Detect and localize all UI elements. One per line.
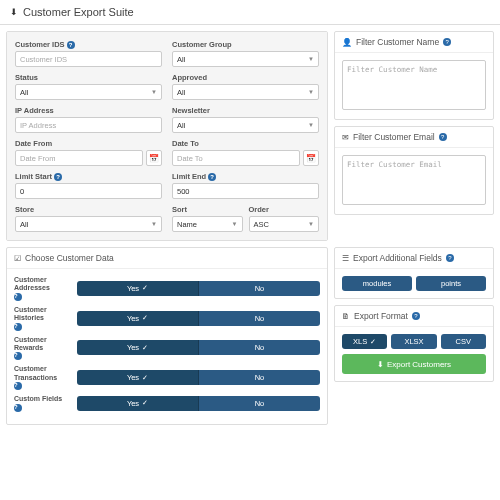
help-icon[interactable]: ? <box>14 382 22 390</box>
toggle-yes[interactable]: Yes✓ <box>77 370 199 385</box>
customer-group-select[interactable]: All▼ <box>172 51 319 67</box>
yes-no-toggle[interactable]: Yes✓ No <box>77 340 320 355</box>
panel-title: Filter Customer Email <box>353 132 435 142</box>
export-customers-button[interactable]: ⬇ Export Customers <box>342 354 486 374</box>
toggle-yes[interactable]: Yes✓ <box>77 281 199 296</box>
calendar-button[interactable]: 📅 <box>146 150 162 166</box>
export-format-panel: 🗎 Export Format ? XLS ✓XLSXCSV ⬇ Export … <box>334 305 494 382</box>
calendar-icon: 📅 <box>149 154 159 163</box>
chevron-down-icon: ▼ <box>308 89 314 95</box>
check-icon: ✓ <box>142 374 148 382</box>
check-square-icon: ☑ <box>14 254 21 263</box>
help-icon[interactable]: ? <box>443 38 451 46</box>
customer-ids-input[interactable] <box>15 51 162 67</box>
customer-data-panel: ☑ Choose Customer Data Customer Addresse… <box>6 247 328 425</box>
download-icon: ⬇ <box>377 360 384 369</box>
chevron-down-icon: ▼ <box>308 56 314 62</box>
filter-email-panel: ✉ Filter Customer Email ? <box>334 126 494 215</box>
yes-no-toggle[interactable]: Yes✓ No <box>77 311 320 326</box>
yes-no-toggle[interactable]: Yes✓ No <box>77 281 320 296</box>
toggle-row: Customer Histories ? Yes✓ No <box>14 306 320 331</box>
field-label: Approved <box>172 73 319 82</box>
additional-fields-panel: ☰ Export Additional Fields ? modulespoin… <box>334 247 494 299</box>
approved-select[interactable]: All▼ <box>172 84 319 100</box>
toggle-row: Custom Fields ? Yes✓ No <box>14 395 320 411</box>
field-label: Limit Start? <box>15 172 162 181</box>
toggle-label: Custom Fields ? <box>14 395 69 411</box>
format-xlsx-button[interactable]: XLSX <box>391 334 436 349</box>
modules-button[interactable]: modules <box>342 276 412 291</box>
date-from-input[interactable] <box>15 150 143 166</box>
field-label: Limit End? <box>172 172 319 181</box>
panel-title: Choose Customer Data <box>25 253 114 263</box>
chevron-down-icon: ▼ <box>308 221 314 227</box>
yes-no-toggle[interactable]: Yes✓ No <box>77 370 320 385</box>
help-icon[interactable]: ? <box>208 173 216 181</box>
chevron-down-icon: ▼ <box>308 122 314 128</box>
toggle-row: Customer Transactions ? Yes✓ No <box>14 365 320 390</box>
limit-start-input[interactable] <box>15 183 162 199</box>
limit-end-input[interactable] <box>172 183 319 199</box>
help-icon[interactable]: ? <box>67 41 75 49</box>
help-icon[interactable]: ? <box>439 133 447 141</box>
check-icon: ✓ <box>142 399 148 407</box>
field-label: Status <box>15 73 162 82</box>
sort-select[interactable]: Name▼ <box>172 216 243 232</box>
user-icon: 👤 <box>342 38 352 47</box>
order-select[interactable]: ASC▼ <box>249 216 320 232</box>
download-icon: ⬇ <box>10 7 18 17</box>
page-header: ⬇ Customer Export Suite <box>0 0 500 25</box>
list-icon: ☰ <box>342 254 349 263</box>
format-csv-button[interactable]: CSV <box>441 334 486 349</box>
ip-address-input[interactable] <box>15 117 162 133</box>
toggle-yes[interactable]: Yes✓ <box>77 396 199 411</box>
field-label: Date From <box>15 139 162 148</box>
calendar-icon: 📅 <box>306 154 316 163</box>
chevron-down-icon: ▼ <box>232 221 238 227</box>
help-icon[interactable]: ? <box>14 352 22 360</box>
filter-name-input[interactable] <box>342 60 486 110</box>
store-select[interactable]: All▼ <box>15 216 162 232</box>
filter-name-panel: 👤 Filter Customer Name ? <box>334 31 494 120</box>
panel-title: Export Additional Fields <box>353 253 442 263</box>
chevron-down-icon: ▼ <box>151 221 157 227</box>
check-icon: ✓ <box>142 314 148 322</box>
file-icon: 🗎 <box>342 312 350 321</box>
help-icon[interactable]: ? <box>446 254 454 262</box>
toggle-no[interactable]: No <box>199 340 320 355</box>
help-icon[interactable]: ? <box>412 312 420 320</box>
field-label: Newsletter <box>172 106 319 115</box>
toggle-yes[interactable]: Yes✓ <box>77 311 199 326</box>
toggle-no[interactable]: No <box>199 396 320 411</box>
filters-panel: Customer IDS? Customer Group All▼ Status… <box>6 31 328 241</box>
page-title: Customer Export Suite <box>23 6 134 18</box>
help-icon[interactable]: ? <box>14 293 22 301</box>
points-button[interactable]: points <box>416 276 486 291</box>
date-to-input[interactable] <box>172 150 300 166</box>
status-select[interactable]: All▼ <box>15 84 162 100</box>
field-label: Date To <box>172 139 319 148</box>
toggle-yes[interactable]: Yes✓ <box>77 340 199 355</box>
toggle-no[interactable]: No <box>199 311 320 326</box>
panel-title: Filter Customer Name <box>356 37 439 47</box>
toggle-label: Customer Transactions ? <box>14 365 69 390</box>
chevron-down-icon: ▼ <box>151 89 157 95</box>
check-icon: ✓ <box>370 338 376 346</box>
toggle-no[interactable]: No <box>199 281 320 296</box>
help-icon[interactable]: ? <box>14 404 22 412</box>
toggle-row: Customer Addresses ? Yes✓ No <box>14 276 320 301</box>
check-icon: ✓ <box>142 344 148 352</box>
format-xls-button[interactable]: XLS ✓ <box>342 334 387 349</box>
field-label: IP Address <box>15 106 162 115</box>
calendar-button[interactable]: 📅 <box>303 150 319 166</box>
help-icon[interactable]: ? <box>54 173 62 181</box>
field-label: Customer IDS? <box>15 40 162 49</box>
newsletter-select[interactable]: All▼ <box>172 117 319 133</box>
toggle-no[interactable]: No <box>199 370 320 385</box>
filter-email-input[interactable] <box>342 155 486 205</box>
field-label: Customer Group <box>172 40 319 49</box>
help-icon[interactable]: ? <box>14 323 22 331</box>
yes-no-toggle[interactable]: Yes✓ No <box>77 396 320 411</box>
field-label: Store <box>15 205 162 214</box>
envelope-icon: ✉ <box>342 133 349 142</box>
